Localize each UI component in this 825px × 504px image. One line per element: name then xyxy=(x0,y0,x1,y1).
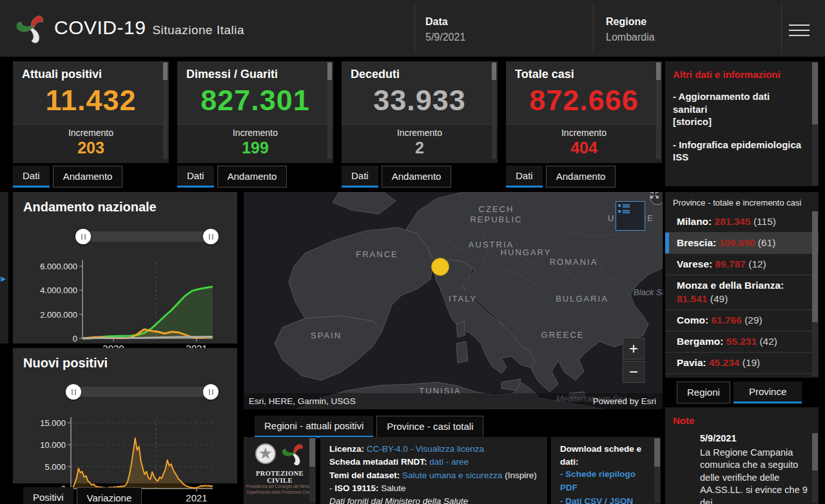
header-divider xyxy=(414,4,415,53)
visualizza-licenza-link[interactable]: Visualizza licenza xyxy=(416,444,484,454)
card-value: 11.432 xyxy=(13,84,169,117)
altri-dati-link[interactable]: - Infografica epidemiologica ISS xyxy=(673,139,803,164)
province-name: Bergamo: xyxy=(677,336,723,347)
province-total: 281.345 xyxy=(715,216,751,227)
dipartimento-line: Dipartimento della Protezione Civile xyxy=(244,490,316,496)
svg-text:2021: 2021 xyxy=(186,492,207,503)
tab-dati[interactable]: Dati xyxy=(13,166,50,188)
slider-handle-right[interactable] xyxy=(203,229,218,244)
dati-forniti-line: Dati forniti dal Ministero della Salute xyxy=(329,495,538,504)
expand-panel-arrow-icon[interactable]: ▶ xyxy=(1,275,6,283)
panel-scrollbar[interactable] xyxy=(812,433,818,503)
province-row-bergamo[interactable]: Bergamo: 55.231 (42) xyxy=(665,331,819,353)
tab-regioni-attuali-positivi[interactable]: Regioni - attuali positivi xyxy=(255,416,373,438)
province-region-tabs: Regioni Province xyxy=(677,382,802,403)
salute-umana-link[interactable]: Salute umana e sicurezza xyxy=(402,470,502,480)
card-scrollbar[interactable] xyxy=(163,63,168,159)
province-row-como[interactable]: Como: 61.766 (29) xyxy=(665,310,819,331)
altri-dati-panel: Altri dati e informazioni - Aggiornament… xyxy=(665,61,819,186)
menu-icon[interactable] xyxy=(788,21,811,37)
altri-dati-link[interactable]: - Aggiornamento dati sanitari [storico] xyxy=(673,90,803,128)
map-label: SPAIN xyxy=(311,331,342,340)
tab-dati[interactable]: Dati xyxy=(177,166,214,188)
tab-province[interactable]: Province xyxy=(733,382,802,403)
card-title: Dimessi / Guariti xyxy=(177,61,333,82)
tab-dati[interactable]: Dati xyxy=(342,166,378,188)
download-link[interactable]: - Dati CSV / JSON xyxy=(560,495,648,504)
download-link[interactable]: - Schede riepilogo PDF xyxy=(560,468,648,495)
increment-value: 199 xyxy=(177,139,333,157)
province-row-milano[interactable]: Milano: 281.345 (115) xyxy=(665,211,819,233)
card-attuali-positivi: Attuali positivi 11.432 Incremento 203 D… xyxy=(13,61,169,188)
stat-card: Deceduti 33.933 Incremento 2 xyxy=(342,61,498,163)
tab-andamento[interactable]: Andamento xyxy=(546,166,616,188)
province-row-pavia[interactable]: Pavia: 45.234 (19) xyxy=(665,353,819,374)
app-subtitle: Situazione Italia xyxy=(152,23,244,37)
dati-link[interactable]: dati xyxy=(429,457,443,467)
nuovi-positivi-panel: Nuovi positivi 05.00010.00015.0002020202… xyxy=(13,348,237,483)
province-row-monza-e-della-brianza[interactable]: Monza e della Brianza: 81.541 (49) xyxy=(665,275,819,309)
card-deceduti: Deceduti 33.933 Incremento 2 Dati Andame… xyxy=(342,61,498,188)
protezione-civile-logo-icon xyxy=(17,14,46,43)
altri-dati-title: Altri dati e informazioni xyxy=(673,69,803,80)
panel-scrollbar[interactable] xyxy=(812,63,818,185)
download-title: Download schede e dati: xyxy=(560,443,648,468)
license-line: Licenza: CC-BY-4.0 - Visualizza licenza xyxy=(329,443,538,456)
header-divider xyxy=(781,4,782,53)
cc-by-link[interactable]: CC-BY-4.0 xyxy=(367,444,408,454)
zoom-out-button[interactable]: − xyxy=(623,361,645,383)
stat-card: Totale casi 872.666 Incremento 404 xyxy=(506,61,662,163)
card-scrollbar[interactable] xyxy=(327,63,332,159)
presidenza-emblem-icon xyxy=(254,442,277,468)
panel-scrollbar[interactable] xyxy=(812,211,818,376)
tab-andamento[interactable]: Andamento xyxy=(217,166,287,188)
collapsed-side-panel: ▶ xyxy=(0,192,8,344)
map-label: FRANCE xyxy=(356,249,398,259)
increment-value: 203 xyxy=(13,139,169,157)
province-row-varese[interactable]: Varese: 89.787 (12) xyxy=(665,254,819,275)
slider-handle-left[interactable] xyxy=(75,229,91,244)
time-range-slider[interactable] xyxy=(72,387,218,397)
tab-variazione[interactable]: Variazione xyxy=(77,487,142,504)
province-total: 45.234 xyxy=(709,357,739,368)
protezione-civile-panel: PROTEZIONE CIVILE Presidenza del Consigl… xyxy=(244,437,316,504)
note-title: Note xyxy=(673,415,811,426)
region-block: Regione Lombardia xyxy=(606,16,655,43)
date-block: Data 5/9/2021 xyxy=(425,16,465,43)
tab-province-casi-totali[interactable]: Province - casi totali xyxy=(376,416,483,438)
chart-title: Nuovi positivi xyxy=(13,348,237,371)
slider-handle-left[interactable] xyxy=(66,384,81,400)
map-attribution: Esri, HERE, Garmin, USGS Powered by Esri xyxy=(244,393,663,409)
svg-text:2.000.000: 2.000.000 xyxy=(40,310,77,320)
tab-andamento[interactable]: Andamento xyxy=(53,166,123,188)
presidenza-line: Presidenza del Consiglio dei Ministri xyxy=(244,484,316,490)
app-header: COVID-19Situazione Italia Data 5/9/2021 … xyxy=(0,0,825,57)
province-list: Milano: 281.345 (115)Brescia: 109.690 (6… xyxy=(665,211,819,374)
legend-icon[interactable] xyxy=(616,201,645,231)
aree-link[interactable]: aree xyxy=(451,457,469,467)
panel-scrollbar[interactable] xyxy=(309,438,315,503)
lombardia-marker[interactable] xyxy=(431,258,449,276)
tab-andamento[interactable]: Andamento xyxy=(382,166,452,188)
province-row-brescia[interactable]: Brescia: 109.690 (61) xyxy=(665,233,819,254)
europe-map[interactable]: CZECHREPUBLICFRANCEAUSTRIAHUNGARYROMANIA… xyxy=(244,192,663,409)
tab-dati[interactable]: Dati xyxy=(506,166,543,188)
map-label: Black Sea xyxy=(634,287,663,297)
province-increment: (19) xyxy=(742,357,761,368)
tab-positivi[interactable]: Positivi xyxy=(23,487,73,504)
svg-text:0: 0 xyxy=(73,334,77,344)
slider-handle-right[interactable] xyxy=(203,384,218,400)
separator: - xyxy=(408,444,416,454)
time-range-slider[interactable] xyxy=(82,231,218,242)
card-scrollbar[interactable] xyxy=(656,63,661,159)
zoom-in-button[interactable]: + xyxy=(623,338,645,360)
tab-regioni[interactable]: Regioni xyxy=(677,382,730,403)
powered-by-esri[interactable]: Powered by Esri xyxy=(593,393,656,409)
card-scrollbar[interactable] xyxy=(492,63,496,159)
province-increment: (42) xyxy=(759,336,777,347)
stat-card: Dimessi / Guariti 827.301 Incremento 199 xyxy=(177,61,333,163)
temi-label: Temi del dataset: xyxy=(329,470,400,480)
panel-scrollbar[interactable] xyxy=(654,438,660,503)
license-panel: Licenza: CC-BY-4.0 - Visualizza licenza … xyxy=(320,437,547,504)
svg-text:10.000: 10.000 xyxy=(40,440,66,450)
